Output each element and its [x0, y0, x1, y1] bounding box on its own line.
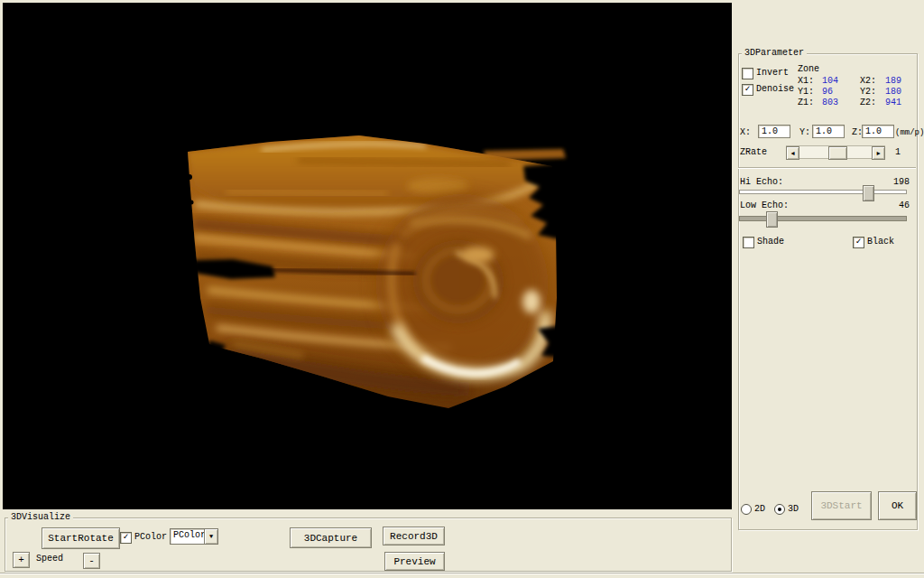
scale-z-input[interactable] — [862, 125, 894, 138]
hi-echo-slider-thumb[interactable] — [863, 185, 874, 201]
speed-plus-button[interactable]: + — [13, 552, 30, 568]
scale-x-input[interactable] — [758, 125, 790, 138]
zone-y2-value: 180 — [885, 87, 901, 98]
hi-echo-value: 198 — [889, 177, 910, 188]
zrate-value: 1 — [895, 147, 901, 158]
pcolor-dropdown-value: PColor — [173, 530, 206, 540]
volume-render-3d — [3, 3, 732, 509]
chevron-down-icon[interactable]: ▼ — [204, 529, 217, 544]
check-icon: ✓ — [123, 533, 128, 542]
pcolor-label: PColor — [134, 532, 167, 543]
invert-checkbox[interactable] — [742, 68, 753, 79]
zrate-left-arrow-icon[interactable]: ◄ — [786, 146, 799, 160]
mode-3d-label: 3D — [788, 504, 799, 515]
low-echo-label: Low Echo: — [740, 200, 789, 211]
zone-y1-label: Y1: — [798, 87, 814, 98]
low-echo-track[interactable] — [739, 216, 907, 221]
3dcapture-button[interactable]: 3DCapture — [290, 527, 372, 548]
shade-label: Shade — [757, 237, 784, 247]
zone-z1-label: Z1: — [798, 98, 814, 108]
denoise-label: Denoise — [756, 84, 794, 95]
pcolor-dropdown[interactable]: PColor ▼ — [170, 528, 218, 545]
zone-x1-label: X1: — [798, 76, 814, 87]
zone-y1-value: 96 — [822, 87, 833, 98]
scale-unit-label: (mm/p) — [895, 127, 924, 138]
zone-title: Zone — [798, 64, 819, 75]
scale-y-input[interactable] — [812, 125, 845, 138]
low-echo-value: 46 — [889, 200, 910, 211]
scale-y-label: Y: — [799, 127, 810, 138]
low-echo-slider-thumb[interactable] — [766, 211, 778, 228]
check-icon: ✓ — [744, 85, 750, 94]
preview-button[interactable]: Preview — [384, 552, 445, 571]
zone-z1-value: 803 — [822, 98, 838, 108]
denoise-checkbox[interactable]: ✓ — [742, 84, 753, 96]
hi-echo-track[interactable] — [739, 190, 907, 194]
zrate-thumb[interactable] — [828, 146, 847, 160]
zrate-scrollbar[interactable]: ◄ ► — [786, 145, 885, 159]
start-rotate-button[interactable]: StartRotate — [42, 527, 120, 549]
zone-z2-value: 941 — [885, 98, 901, 108]
hi-echo-label: Hi Echo: — [740, 177, 783, 188]
zone-x2-label: X2: — [860, 76, 876, 87]
mode-2d-radio[interactable] — [741, 504, 752, 515]
check-icon: ✓ — [855, 238, 861, 247]
black-label: Black — [867, 237, 894, 247]
zone-x2-value: 189 — [885, 76, 901, 87]
zone-z2-label: Z2: — [860, 98, 876, 108]
shade-checkbox[interactable] — [743, 237, 754, 248]
zone-y2-label: Y2: — [860, 87, 876, 98]
scale-x-label: X: — [740, 127, 751, 138]
3dstart-button[interactable]: 3DStart — [811, 491, 872, 520]
mode-3d-radio[interactable] — [774, 504, 785, 515]
render-viewport[interactable] — [3, 3, 732, 509]
radio-dot — [778, 508, 781, 511]
visualize-group-title: 3DVisualize — [8, 512, 73, 523]
mode-2d-label: 2D — [754, 504, 765, 515]
param-group-title: 3DParameter — [742, 48, 807, 59]
speed-minus-button[interactable]: - — [83, 553, 100, 569]
record3d-button[interactable]: Record3D — [383, 527, 445, 545]
speed-label: Speed — [36, 554, 63, 564]
window-bottom-edge — [0, 573, 924, 574]
invert-label: Invert — [756, 68, 789, 79]
ok-button[interactable]: OK — [878, 491, 917, 520]
pcolor-checkbox[interactable]: ✓ — [120, 532, 132, 544]
zone-x1-value: 104 — [822, 76, 838, 87]
param-separator — [738, 167, 916, 169]
black-checkbox[interactable]: ✓ — [853, 237, 864, 248]
app-window: { "window": { "bg": "#ece9d8", "viewport… — [0, 0, 924, 578]
zrate-label: ZRate — [740, 147, 767, 158]
zrate-right-arrow-icon[interactable]: ► — [872, 146, 885, 160]
